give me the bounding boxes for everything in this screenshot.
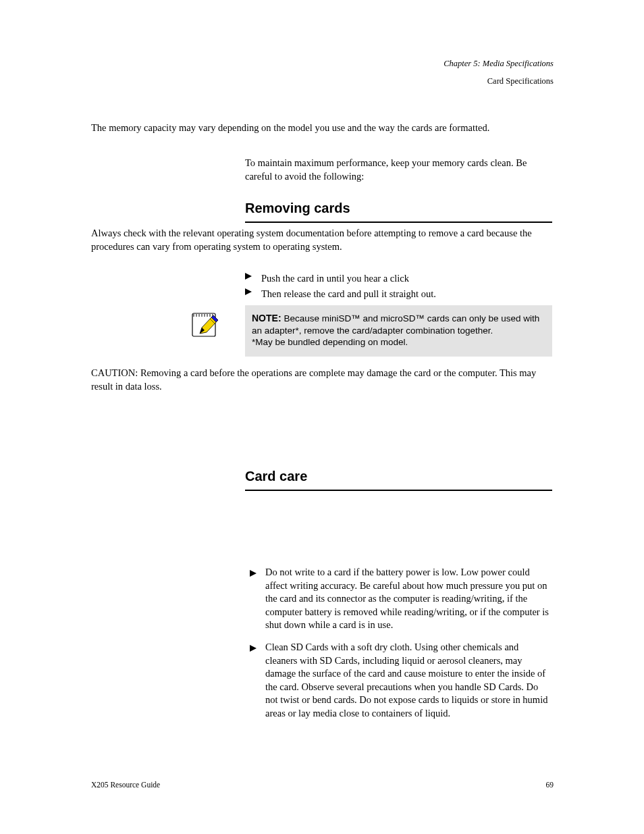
svg-marker-13 xyxy=(250,645,257,652)
list-item: Then release the card and pull it straig… xyxy=(245,288,552,301)
note-box: NOTE: Because miniSD™ and microSD™ cards… xyxy=(245,305,552,357)
notepad-icon xyxy=(190,311,220,339)
triangle-icon xyxy=(250,567,257,581)
removing-cards-caution: CAUTION: Removing a card before the oper… xyxy=(91,367,552,393)
triangle-icon xyxy=(245,273,253,280)
note-footnote: *May be bundled depending on model. xyxy=(252,337,408,347)
svg-marker-1 xyxy=(245,288,252,295)
list-item: Clean SD Cards with a soft dry cloth. Us… xyxy=(265,641,552,720)
svg-marker-12 xyxy=(250,570,257,577)
footer-page-number: 69 xyxy=(546,780,554,791)
list-item: Push the card in until you hear a click xyxy=(245,272,552,286)
intro-para-1: The memory capacity may vary depending o… xyxy=(91,122,552,135)
card-care-item-1-lead: Do not write to a card if the battery po… xyxy=(265,567,458,577)
removing-cards-para-1: Always check with the relevant operating… xyxy=(91,227,552,253)
card-care-item-1: Do not write to a card if the battery po… xyxy=(265,567,549,630)
card-care-item-2-lead: Clean SD Cards with a soft dry cloth. xyxy=(265,642,412,652)
footer-doc-title: X205 Resource Guide xyxy=(91,780,160,791)
svg-marker-0 xyxy=(245,273,252,280)
caution-text: Removing a card before the operations ar… xyxy=(91,367,536,392)
card-care-item-2: Clean SD Cards with a soft dry cloth. Us… xyxy=(265,642,547,719)
triangle-icon xyxy=(250,642,257,656)
note-label: NOTE: xyxy=(252,313,284,323)
note-text: Because miniSD™ and microSD™ cards can o… xyxy=(252,313,539,336)
heading-removing-cards: Removing cards xyxy=(245,199,552,223)
card-care-item-2-rest: Using other chemicals and cleaners with … xyxy=(265,642,547,719)
removing-cards-step-1: Push the card in until you hear a click xyxy=(261,272,552,286)
heading-card-care: Card care xyxy=(245,467,552,491)
header-chapter: Chapter 5: Media Specifications xyxy=(444,58,554,70)
intro-para-2: To maintain maximum performance, keep yo… xyxy=(245,157,552,183)
caution-label: CAUTION: xyxy=(91,367,140,378)
triangle-icon xyxy=(245,288,253,295)
list-item: Do not write to a card if the battery po… xyxy=(265,566,552,632)
removing-cards-step-2: Then release the card and pull it straig… xyxy=(261,288,552,301)
header-section: Card Specifications xyxy=(487,76,554,87)
